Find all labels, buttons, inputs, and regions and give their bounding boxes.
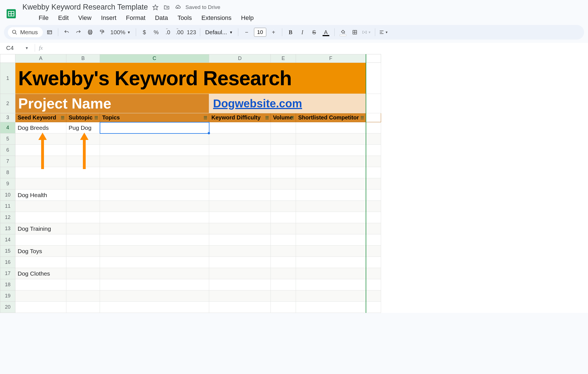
row-header-14[interactable]: 14	[0, 234, 15, 246]
cell-B6[interactable]	[66, 145, 100, 156]
cell-E4[interactable]	[271, 122, 296, 133]
cell-B5[interactable]	[66, 133, 100, 145]
cell-G9[interactable]	[366, 178, 381, 190]
show-sidebar-icon[interactable]	[45, 27, 55, 37]
row-header-10[interactable]: 10	[0, 190, 15, 201]
decrease-font-button[interactable]: −	[242, 27, 252, 37]
cell-F8[interactable]	[296, 167, 366, 178]
menu-format[interactable]: Format	[125, 14, 147, 22]
cell-A12[interactable]	[15, 212, 66, 223]
cell-F7[interactable]	[296, 156, 366, 167]
cell-E13[interactable]	[271, 223, 296, 234]
cell-F12[interactable]	[296, 212, 366, 223]
cell-E5[interactable]	[271, 133, 296, 145]
cell-F13[interactable]	[296, 223, 366, 234]
horizontal-align-button[interactable]: ▼	[379, 27, 389, 37]
filter-icon[interactable]: ☰	[94, 115, 98, 120]
header-keyword-difficulty[interactable]: Keyword Difficulty☰	[209, 113, 271, 122]
cell-B4[interactable]: Pug Dog	[66, 122, 100, 133]
menu-insert[interactable]: Insert	[100, 14, 118, 22]
filter-icon[interactable]: ☰	[360, 115, 364, 120]
row-header-20[interactable]: 20	[0, 302, 15, 313]
project-domain-link[interactable]: Dogwebsite.com	[209, 95, 306, 112]
filter-icon[interactable]: ☰	[61, 115, 64, 120]
cell-G18[interactable]	[366, 279, 381, 290]
row-header-3[interactable]: 3	[0, 113, 15, 122]
cell-B7[interactable]	[66, 156, 100, 167]
strikethrough-button[interactable]: S	[309, 27, 319, 37]
row-header-6[interactable]: 6	[0, 145, 15, 156]
cell-A17[interactable]: Dog Clothes	[15, 268, 66, 279]
cell-G8[interactable]	[366, 167, 381, 178]
menu-extensions[interactable]: Extensions	[200, 14, 233, 22]
cell-G7[interactable]	[366, 156, 381, 167]
cell-A15[interactable]: Dog Toys	[15, 246, 66, 257]
increase-decimal-button[interactable]: .00→	[175, 27, 185, 37]
cell-F5[interactable]	[296, 133, 366, 145]
cell-A8[interactable]	[15, 167, 66, 178]
menu-view[interactable]: View	[77, 14, 92, 22]
cell-C17[interactable]	[100, 268, 209, 279]
cell-B11[interactable]	[66, 201, 100, 212]
cell-G6[interactable]	[366, 145, 381, 156]
row-header-15[interactable]: 15	[0, 246, 15, 257]
cell-E11[interactable]	[271, 201, 296, 212]
cell-B15[interactable]	[66, 246, 100, 257]
cell-A19[interactable]	[15, 290, 66, 302]
move-folder-icon[interactable]	[163, 4, 170, 11]
cell-B20[interactable]	[66, 302, 100, 313]
cell-A4[interactable]: Dog Breeds	[15, 122, 66, 133]
cell-D9[interactable]	[209, 178, 271, 190]
cell-A9[interactable]	[15, 178, 66, 190]
redo-icon[interactable]	[73, 27, 83, 37]
sheets-logo-icon[interactable]	[5, 6, 17, 21]
print-icon[interactable]	[85, 27, 95, 37]
cell-A6[interactable]	[15, 145, 66, 156]
row-header-16[interactable]: 16	[0, 257, 15, 268]
cell-D20[interactable]	[209, 302, 271, 313]
row-header-4[interactable]: 4	[0, 122, 15, 133]
cell-C7[interactable]	[100, 156, 209, 167]
cell-A5[interactable]	[15, 133, 66, 145]
cell-F18[interactable]	[296, 279, 366, 290]
cell-A11[interactable]	[15, 201, 66, 212]
italic-button[interactable]: I	[297, 27, 307, 37]
cell-B9[interactable]	[66, 178, 100, 190]
cell-F6[interactable]	[296, 145, 366, 156]
cell-C20[interactable]	[100, 302, 209, 313]
row-header-12[interactable]: 12	[0, 212, 15, 223]
col-header-A[interactable]: A	[15, 54, 66, 63]
row-header-11[interactable]: 11	[0, 201, 15, 212]
cell-F16[interactable]	[296, 257, 366, 268]
menu-help[interactable]: Help	[240, 14, 255, 22]
cell-G16[interactable]	[366, 257, 381, 268]
cell-F14[interactable]	[296, 234, 366, 246]
cell-B13[interactable]	[66, 223, 100, 234]
borders-button[interactable]	[350, 27, 360, 37]
cell-D10[interactable]	[209, 190, 271, 201]
cell-E20[interactable]	[271, 302, 296, 313]
filter-icon[interactable]: ☰	[290, 115, 294, 120]
row-header-9[interactable]: 9	[0, 178, 15, 190]
cell-G10[interactable]	[366, 190, 381, 201]
cell-A14[interactable]	[15, 234, 66, 246]
cell-C11[interactable]	[100, 201, 209, 212]
cell-D18[interactable]	[209, 279, 271, 290]
currency-format-button[interactable]: $	[139, 27, 150, 37]
menu-file[interactable]: File	[38, 14, 50, 22]
header-shortlisted-competitor[interactable]: Shortlisted Competitor☰	[296, 113, 366, 122]
undo-icon[interactable]	[62, 27, 72, 37]
row-header-2[interactable]: 2	[0, 94, 15, 113]
cell-C18[interactable]	[100, 279, 209, 290]
fill-color-button[interactable]	[338, 27, 348, 37]
cell-C15[interactable]	[100, 246, 209, 257]
row-header-17[interactable]: 17	[0, 268, 15, 279]
cell-C8[interactable]	[100, 167, 209, 178]
select-all-corner[interactable]	[0, 54, 15, 63]
cell-G4[interactable]	[366, 122, 381, 133]
cell-B14[interactable]	[66, 234, 100, 246]
cell-D6[interactable]	[209, 145, 271, 156]
cell-G20[interactable]	[366, 302, 381, 313]
cell-B17[interactable]	[66, 268, 100, 279]
col-header-B[interactable]: B	[66, 54, 100, 63]
